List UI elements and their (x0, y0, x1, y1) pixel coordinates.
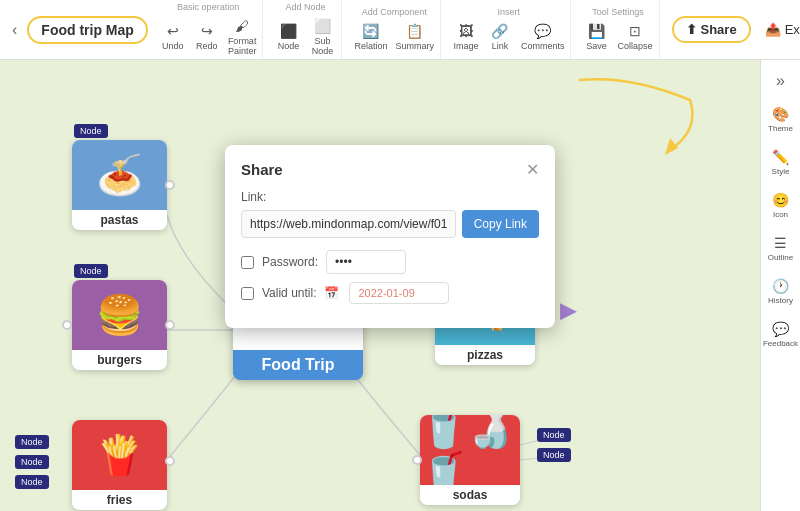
right-sidebar: » 🎨 Theme ✏️ Style 😊 Icon ☰ Outline 🕐 Hi… (760, 60, 800, 511)
style-icon: ✏️ (772, 149, 789, 165)
comments-button[interactable]: 💬 Comments (519, 21, 567, 53)
outline-icon: ☰ (774, 235, 787, 251)
valid-date-input[interactable] (349, 282, 449, 304)
summary-icon: 📋 (406, 23, 423, 39)
password-checkbox[interactable] (241, 256, 254, 269)
feedback-icon: 💬 (772, 321, 789, 337)
style-label: Style (772, 167, 790, 176)
add-component-label: Add Component (362, 7, 427, 17)
sidebar-history-button[interactable]: 🕐 History (761, 274, 800, 309)
link-input[interactable] (241, 210, 456, 238)
valid-until-checkbox[interactable] (241, 287, 254, 300)
format-painter-button[interactable]: 🖌 Format Painter (226, 16, 259, 58)
fries-emoji: 🍟 (96, 433, 143, 477)
node-icon: ⬛ (280, 23, 297, 39)
pastas-emoji: 🍝 (96, 153, 143, 197)
copy-link-button[interactable]: Copy Link (462, 210, 539, 238)
pastas-node-badge: Node (74, 124, 108, 138)
sidebar-style-button[interactable]: ✏️ Style (761, 145, 800, 180)
document-title[interactable]: Food trip Map (27, 16, 148, 44)
sodas-node[interactable]: 🥤🍶🥤 sodas (420, 415, 520, 505)
image-icon: 🖼 (459, 23, 473, 39)
burgers-label: burgers (72, 350, 167, 370)
tool-settings-actions: 💾 Save ⊡ Collapse (581, 21, 654, 53)
export-label: Export (785, 22, 800, 37)
sidebar-collapse-button[interactable]: » (772, 68, 789, 94)
history-icon: 🕐 (772, 278, 789, 294)
undo-button[interactable]: ↩ Undo (158, 21, 188, 53)
burgers-node[interactable]: Node 🍔 burgers (72, 280, 167, 370)
save-button[interactable]: 💾 Save (581, 21, 611, 53)
sodas-badge-1: Node (537, 428, 571, 442)
insert-group: Insert 🖼 Image 🔗 Link 💬 Comments (447, 0, 572, 59)
copy-link-label: Copy Link (474, 217, 527, 231)
burgers-image: 🍔 (72, 280, 167, 350)
summary-button[interactable]: 📋 Summary (393, 21, 436, 53)
sodas-emoji: 🥤🍶🥤 (420, 415, 520, 494)
central-label: Food Trip (233, 350, 363, 380)
canvas[interactable]: Node 🍝 pastas Node 🍔 burgers 🍟 fries (0, 60, 800, 511)
tool-settings-label: Tool Settings (592, 7, 644, 17)
export-button[interactable]: 📤 Export (757, 18, 800, 41)
nav-back-button[interactable]: ‹ (8, 19, 21, 41)
basic-operation-label: Basic operation (177, 2, 239, 12)
share-dialog: Share ✕ Link: Copy Link Password: Valid … (225, 145, 555, 328)
fries-badge-2: Node (15, 455, 49, 469)
redo-icon: ↪ (201, 23, 213, 39)
add-node-group: Add Node ⬛ Node ⬜ Sub Node (269, 0, 342, 59)
icon-label: Icon (773, 210, 788, 219)
theme-label: Theme (768, 124, 793, 133)
burgers-emoji: 🍔 (96, 293, 143, 337)
theme-icon: 🎨 (772, 106, 789, 122)
comments-icon: 💬 (534, 23, 551, 39)
link-button[interactable]: 🔗 Link (485, 21, 515, 53)
export-icon: 📤 (765, 22, 781, 37)
pastas-label: pastas (72, 210, 167, 230)
valid-until-label: Valid until: (262, 286, 316, 300)
calendar-icon: 📅 (324, 286, 339, 300)
collapse-button[interactable]: ⊡ Collapse (615, 21, 654, 53)
yellow-arrow (570, 70, 710, 160)
sidebar-icon-button[interactable]: 😊 Icon (761, 188, 800, 223)
valid-until-row: Valid until: 📅 (241, 282, 539, 304)
image-button[interactable]: 🖼 Image (451, 21, 481, 53)
add-node-actions: ⬛ Node ⬜ Sub Node (273, 16, 337, 58)
svg-marker-1 (665, 138, 678, 155)
pastas-node[interactable]: Node 🍝 pastas (72, 140, 167, 230)
link-row: Copy Link (241, 210, 539, 238)
title-text: Food trip Map (41, 22, 134, 38)
left-arrow-indicator: ◀ (560, 300, 577, 326)
tool-settings-group: Tool Settings 💾 Save ⊡ Collapse (577, 0, 659, 59)
history-label: History (768, 296, 793, 305)
password-input[interactable] (326, 250, 406, 274)
sodas-image: 🥤🍶🥤 (420, 415, 520, 485)
redo-button[interactable]: ↪ Redo (192, 21, 222, 53)
fries-image: 🍟 (72, 420, 167, 490)
relation-button[interactable]: 🔄 Relation (352, 21, 389, 53)
add-node-label: Add Node (285, 2, 325, 12)
pastas-image: 🍝 (72, 140, 167, 210)
share-label: Share (701, 22, 737, 37)
insert-actions: 🖼 Image 🔗 Link 💬 Comments (451, 21, 567, 53)
add-component-group: Add Component 🔄 Relation 📋 Summary (348, 0, 441, 59)
sidebar-outline-button[interactable]: ☰ Outline (761, 231, 800, 266)
link-label: Link: (241, 190, 539, 204)
node-button[interactable]: ⬛ Node (273, 21, 303, 53)
dialog-close-button[interactable]: ✕ (526, 162, 539, 178)
sidebar-theme-button[interactable]: 🎨 Theme (761, 102, 800, 137)
insert-label: Insert (497, 7, 520, 17)
sidebar-feedback-button[interactable]: 💬 Feedback (761, 317, 800, 352)
password-row: Password: (241, 250, 539, 274)
sub-node-button[interactable]: ⬜ Sub Node (307, 16, 337, 58)
format-painter-icon: 🖌 (235, 18, 249, 34)
toolbar: ‹ Food trip Map Basic operation ↩ Undo ↪… (0, 0, 800, 60)
basic-operation-actions: ↩ Undo ↪ Redo 🖌 Format Painter (158, 16, 259, 58)
add-component-actions: 🔄 Relation 📋 Summary (352, 21, 436, 53)
share-icon: ⬆ (686, 22, 697, 37)
dialog-header: Share ✕ (241, 161, 539, 178)
fries-node[interactable]: 🍟 fries (72, 420, 167, 510)
save-icon: 💾 (588, 23, 605, 39)
share-button[interactable]: ⬆ Share (672, 16, 751, 43)
sub-node-icon: ⬜ (314, 18, 331, 34)
feedback-label: Feedback (763, 339, 798, 348)
